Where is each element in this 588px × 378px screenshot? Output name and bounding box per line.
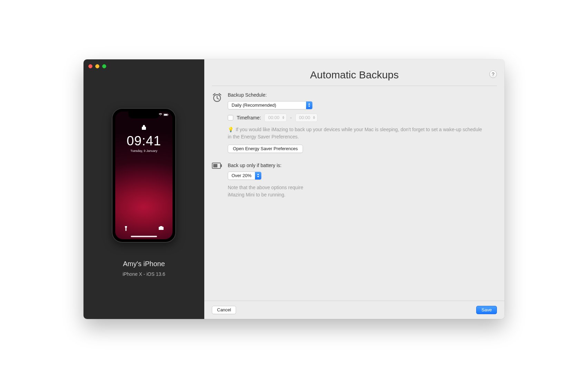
close-window-button[interactable] (88, 64, 92, 68)
save-button[interactable]: Save (476, 306, 497, 314)
lock-icon (142, 125, 146, 132)
flashlight-icon (124, 226, 128, 231)
help-button[interactable]: ? (489, 70, 497, 78)
backup-schedule-value: Daily (Recommended) (228, 101, 306, 109)
imazing-mini-note: Note that the above options require iMaz… (228, 184, 317, 198)
select-arrows-icon (255, 172, 261, 180)
battery-status-icon (164, 114, 168, 116)
svg-rect-6 (221, 164, 222, 167)
camera-icon (159, 226, 164, 230)
open-energy-saver-button[interactable]: Open Energy Saver Preferences (228, 145, 303, 153)
preferences-window: 09:41 Tuesday, 9 January Amy's iPhone iP… (84, 59, 504, 319)
battery-threshold-select[interactable]: Over 20% (228, 172, 262, 180)
page-title: Automatic Backups (310, 69, 399, 81)
battery-condition-label: Back up only if battery is: (228, 163, 497, 168)
device-date: Tuesday, 9 January (130, 149, 157, 153)
backup-schedule-label: Backup Schedule: (228, 92, 497, 98)
timeframe-from-value: 00:00 (268, 115, 280, 120)
wifi-icon (159, 113, 162, 116)
timeframe-checkbox[interactable] (228, 115, 233, 120)
stepper-arrows-icon (282, 116, 284, 119)
device-preview: 09:41 Tuesday, 9 January (112, 108, 176, 243)
battery-threshold-value: Over 20% (228, 172, 255, 180)
timeframe-to-value: 00:00 (299, 115, 311, 120)
lockscreen-shortcuts (115, 226, 173, 231)
device-clock: 09:41 (127, 134, 161, 148)
timeframe-label: Timeframe: (237, 115, 261, 120)
panel-header: Automatic Backups ? (204, 59, 504, 86)
svg-rect-5 (213, 164, 217, 167)
footer-bar: Cancel Save (204, 301, 504, 319)
main-panel: Automatic Backups ? Backup Schedule: Dai… (204, 59, 504, 319)
minimize-window-button[interactable] (95, 64, 99, 68)
battery-icon (212, 163, 222, 203)
svg-rect-1 (164, 114, 167, 116)
timeframe-from-stepper[interactable]: 00:00 (264, 114, 287, 122)
backup-schedule-section: Backup Schedule: Daily (Recommended) Tim… (212, 92, 497, 153)
content-area: Backup Schedule: Daily (Recommended) Tim… (204, 86, 504, 301)
device-sidebar: 09:41 Tuesday, 9 January Amy's iPhone iP… (84, 59, 204, 319)
home-indicator (131, 236, 157, 237)
lightbulb-icon: 💡 (228, 126, 234, 133)
cancel-button[interactable]: Cancel (212, 306, 236, 314)
backup-schedule-select[interactable]: Daily (Recommended) (228, 101, 313, 109)
window-traffic-lights (88, 64, 106, 68)
device-status-bar (159, 113, 168, 116)
timeframe-dash: - (290, 115, 292, 120)
stepper-arrows-icon (313, 116, 315, 119)
svg-rect-2 (168, 114, 168, 115)
device-screen: 09:41 Tuesday, 9 January (115, 112, 173, 239)
battery-section: Back up only if battery is: Over 20% Not… (212, 163, 497, 203)
alarm-clock-icon (212, 92, 222, 153)
select-arrows-icon (306, 101, 312, 109)
timeframe-to-stepper[interactable]: 00:00 (295, 114, 318, 122)
device-notch (128, 112, 159, 118)
zoom-window-button[interactable] (102, 64, 106, 68)
device-name-label: Amy's iPhone (123, 260, 165, 268)
hint-text: If you would like iMazing to back up you… (228, 127, 482, 139)
energy-saver-hint: 💡 If you would like iMazing to back up y… (228, 126, 483, 140)
device-model-label: iPhone X - iOS 13.6 (122, 271, 165, 277)
